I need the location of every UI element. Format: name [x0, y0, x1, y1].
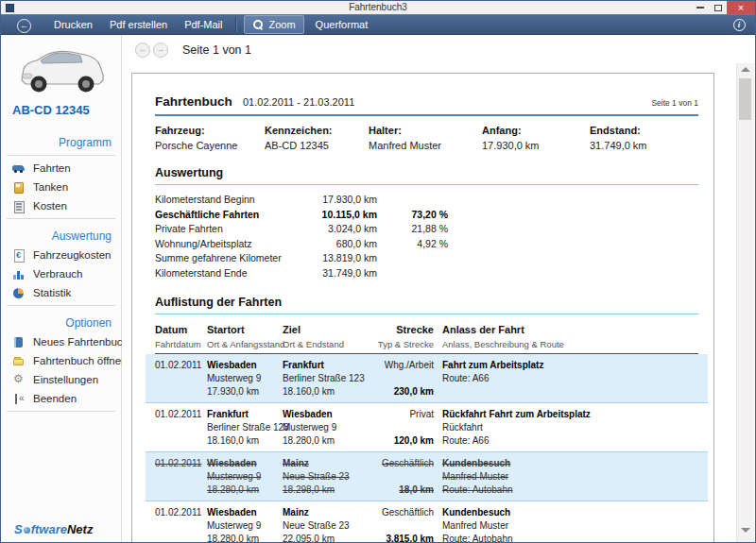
sidebar-divider [7, 218, 115, 219]
trips-heading: Auflistung der Fahrten [155, 296, 698, 309]
car-icon [12, 162, 26, 175]
sidebar-menu: Programm Fahrten [1, 128, 121, 412]
sidebar-item-fahrtenbuch-oeffnen[interactable]: Fahrtenbuch öffnen [1, 351, 121, 370]
trips-column-header: Anlass der Fahrt Anlass, Beschreibung & … [442, 324, 698, 349]
trips-column-header: Datum Fahrtdatum [155, 324, 207, 349]
gear-icon [12, 374, 26, 386]
new-book-icon [12, 336, 26, 348]
info-icon[interactable] [733, 19, 746, 31]
report-page-label: Seite 1 von 1 [651, 98, 698, 108]
sidebar: AB-CD 12345 Programm Fahrten [1, 35, 122, 542]
minimize-button[interactable] [691, 1, 709, 14]
trip-row: 01.02.2011 Wiesbaden Musterweg 9 18.280,… [146, 452, 708, 501]
toolbar: Drucken Pdf erstellen Pdf-Mail Zoom Quer… [1, 14, 755, 35]
pie-chart-icon [12, 287, 26, 299]
calculator-icon [12, 200, 26, 212]
sidebar-item-neues-fahrtenbuch[interactable]: Neues Fahrtenbuch [1, 332, 121, 351]
header-rule [155, 114, 698, 116]
trip-row: 01.02.2011 Wiesbaden Musterweg 9 18.280,… [146, 501, 708, 543]
zoom-button-label: Zoom [268, 16, 295, 33]
scrollbar-down-arrow[interactable] [741, 528, 750, 533]
vertical-scrollbar[interactable] [736, 63, 754, 542]
softwarenetz-logo: SftwareNetz [14, 522, 93, 536]
fuel-pump-icon [12, 181, 26, 194]
sidebar-item-statistik[interactable]: Statistik [1, 283, 121, 302]
page-next-button[interactable] [153, 42, 168, 58]
sidebar-item-kosten[interactable]: Kosten [1, 196, 121, 215]
logo-globe-icon [24, 527, 30, 534]
exit-icon [12, 393, 26, 405]
auswertung-row: Summe gefahrene Kilometer 13.819,0 km [155, 251, 698, 266]
scrollbar-up-arrow[interactable] [741, 67, 750, 72]
report-page: Fahrtenbuch 01.02.2011 - 21.03.2011 Seit… [131, 73, 714, 543]
report-header: Fahrtenbuch 01.02.2011 - 21.03.2011 Seit… [155, 94, 698, 109]
preview-area: Seite 1 von 1 Fahrtenbuch 01.02.2011 - 2… [122, 35, 755, 542]
titlebar: Fahrtenbuch3 [1, 1, 755, 14]
vehicle-info-column: Halter: Manfred Muster [369, 125, 482, 151]
close-button[interactable] [727, 1, 755, 14]
window-title: Fahrtenbuch3 [1, 1, 755, 14]
sidebar-divider [7, 305, 115, 306]
document-euro-icon [12, 249, 26, 262]
maximize-icon [714, 5, 722, 11]
zoom-button[interactable]: Zoom [244, 15, 303, 34]
trip-row: 01.02.2011 Wiesbaden Musterweg 9 17.930,… [146, 354, 708, 403]
open-folder-icon [12, 355, 26, 367]
auswertung-table: Kilometerstand Beginn 17.930,0 km Geschä… [155, 193, 698, 280]
report-date-range: 01.02.2011 - 21.03.2011 [243, 96, 354, 108]
sidebar-section-header: Programm [1, 128, 121, 152]
auswertung-row: Private Fahrten 3.024,0 km 21,88 % [155, 222, 698, 237]
sidebar-item-fahrzeugkosten[interactable]: Fahrzeugkosten [1, 246, 121, 264]
window-controls [691, 1, 755, 14]
report-title: Fahrtenbuch [155, 94, 243, 109]
license-plate: AB-CD 12345 [12, 103, 121, 117]
print-button[interactable]: Drucken [45, 16, 101, 33]
bar-chart-icon [12, 268, 26, 280]
trips-column-header: Ziel Ort & Endstand [283, 324, 358, 349]
querformat-button[interactable]: Querformat [307, 16, 377, 33]
page-indicator: Seite 1 von 1 [182, 43, 251, 57]
vehicle-info-column: Kennzeichen: AB-CD 12345 [265, 125, 369, 151]
body-area: AB-CD 12345 Programm Fahrten [1, 35, 755, 542]
magnifier-icon [252, 19, 264, 30]
sidebar-item-tanken[interactable]: Tanken [1, 178, 121, 196]
scrollbar-thumb[interactable] [739, 78, 751, 120]
pdf-mail-button[interactable]: Pdf-Mail [176, 16, 231, 33]
section-rule [155, 314, 698, 314]
sidebar-item-verbrauch[interactable]: Verbrauch [1, 264, 121, 283]
maximize-button[interactable] [709, 1, 727, 14]
pdf-create-button[interactable]: Pdf erstellen [101, 16, 176, 33]
trips-table: 01.02.2011 Wiesbaden Musterweg 9 17.930,… [155, 354, 698, 543]
trips-column-header: Startort Ort & Anfangsstand [207, 324, 283, 349]
page-prev-button[interactable] [135, 42, 150, 58]
sidebar-item-einstellungen[interactable]: Einstellungen [1, 370, 121, 389]
app-icon [6, 4, 14, 12]
auswertung-row: Wohnung/Arbeitsplatz 680,0 km 4,92 % [155, 237, 698, 252]
sidebar-item-fahrten[interactable]: Fahrten [1, 159, 121, 178]
section-rule [155, 184, 698, 185]
sidebar-section-header: Auswertung [1, 222, 121, 246]
trips-column-header: Strecke Typ & Strecke [358, 324, 434, 349]
trip-row: 01.02.2011 Frankfurt Berliner Straße 123… [146, 403, 708, 452]
page-navigation: Seite 1 von 1 [135, 42, 251, 58]
sidebar-divider [7, 155, 115, 156]
app-window: Fahrtenbuch3 Drucken Pdf erstellen Pdf-M… [0, 0, 756, 543]
car-photo [12, 42, 111, 99]
sidebar-item-beenden[interactable]: Beenden [1, 389, 121, 408]
auswertung-row: Geschäftliche Fahrten 10.115,0 km 73,20 … [155, 208, 698, 223]
back-button[interactable] [7, 16, 45, 33]
auswertung-row: Kilometerstand Ende 31.749,0 km [155, 266, 698, 281]
auswertung-heading: Auswertung [155, 166, 698, 179]
auswertung-row: Kilometerstand Beginn 17.930,0 km [155, 193, 698, 208]
vehicle-info-column: Endstand: 31.749,0 km [590, 125, 647, 151]
vehicle-info-column: Anfang: 17.930,0 km [482, 125, 590, 151]
trips-table-header: Datum Fahrtdatum Startort Ort & Anfangss… [155, 324, 698, 349]
sidebar-section-header: Optionen [1, 309, 121, 332]
toolbar-separator [235, 17, 236, 32]
minimize-icon [696, 7, 704, 8]
vehicle-info-row: Fahrzeug: Porsche Cayenne Kennzeichen: A… [155, 125, 698, 151]
back-arrow-icon [17, 19, 31, 33]
sidebar-divider [7, 411, 115, 412]
vehicle-info-column: Fahrzeug: Porsche Cayenne [155, 125, 265, 151]
